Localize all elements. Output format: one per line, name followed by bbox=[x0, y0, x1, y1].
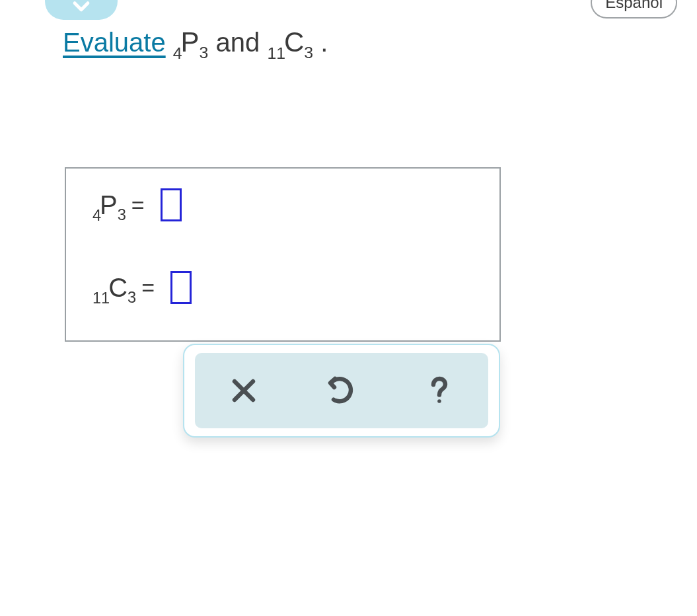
row-c-prefix: 11 bbox=[92, 289, 110, 307]
chevron-down-icon bbox=[70, 0, 92, 17]
row-c-expr: 11C3 bbox=[92, 273, 136, 303]
row-c-equals: = bbox=[141, 275, 155, 301]
terminator: . bbox=[320, 28, 328, 57]
toolbar bbox=[195, 353, 488, 428]
answer-row-c: 11C3 = bbox=[92, 271, 192, 304]
svg-point-0 bbox=[437, 399, 441, 403]
answer-input-p[interactable] bbox=[161, 188, 182, 221]
language-button[interactable]: Español bbox=[591, 0, 677, 19]
undo-icon bbox=[326, 375, 357, 406]
language-label: Español bbox=[605, 0, 663, 11]
expr-p: 4P3 bbox=[173, 28, 216, 57]
expr-p-letter: P bbox=[181, 26, 200, 58]
evaluate-link[interactable]: Evaluate bbox=[63, 28, 166, 57]
clear-button[interactable] bbox=[204, 361, 283, 420]
expr-c-letter: C bbox=[284, 26, 304, 58]
answer-panel: 4P3 = 11C3 = bbox=[65, 167, 501, 342]
expr-p-suffix: 3 bbox=[200, 44, 209, 61]
row-p-expr: 4P3 bbox=[92, 190, 126, 220]
join-word: and bbox=[216, 28, 268, 57]
row-p-equals: = bbox=[131, 192, 145, 218]
expr-c: 11C3 bbox=[267, 28, 320, 57]
expr-c-suffix: 3 bbox=[304, 44, 313, 61]
close-icon bbox=[228, 375, 260, 406]
question-icon bbox=[423, 375, 455, 406]
row-p-prefix: 4 bbox=[92, 207, 101, 224]
expr-c-prefix: 11 bbox=[267, 44, 285, 62]
question-text: Evaluate 4P3 and 11C3 . bbox=[63, 26, 328, 58]
answer-input-c[interactable] bbox=[170, 271, 192, 304]
undo-button[interactable] bbox=[302, 361, 381, 420]
expr-p-prefix: 4 bbox=[173, 44, 182, 62]
answer-row-p: 4P3 = bbox=[92, 188, 182, 221]
toolbar-container bbox=[183, 344, 500, 438]
row-p-suffix: 3 bbox=[118, 206, 126, 223]
dropdown-toggle[interactable] bbox=[45, 0, 118, 20]
row-c-suffix: 3 bbox=[128, 289, 136, 306]
row-p-letter: P bbox=[100, 190, 118, 219]
help-button[interactable] bbox=[400, 361, 479, 420]
row-c-letter: C bbox=[108, 273, 128, 302]
